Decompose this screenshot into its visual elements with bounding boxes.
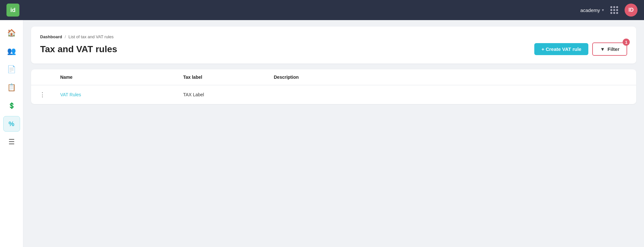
navbar: id academy ▾ ID [0,0,644,20]
table-body: ⋮ VAT Rules TAX Label [31,85,636,104]
account-name: academy [580,7,600,13]
filter-button-wrapper: ▼ Filter 1 [592,42,627,56]
grid-dot [610,9,612,11]
filter-icon: ▼ [600,46,605,52]
page-title: Tax and VAT rules [40,44,117,54]
filter-button[interactable]: ▼ Filter [592,42,627,56]
navbar-left: id [6,4,19,17]
grid-dot [613,12,615,14]
row-tax-label-cell: TAX Label [177,85,267,104]
table-header-row: Name Tax label Description [31,69,636,85]
sidebar-item-billing[interactable]: 💲 [3,98,20,113]
page-header-card: Dashboard / List of tax and VAT rules Ta… [31,27,636,64]
breadcrumb-current: List of tax and VAT rules [69,34,114,39]
row-description-cell [267,85,636,104]
sidebar-item-documents[interactable]: 📄 [3,62,20,77]
grid-dot [616,9,618,11]
row-actions-button[interactable]: ⋮ [38,90,47,99]
navbar-right: academy ▾ ID [580,4,638,17]
sidebar-item-dashboard[interactable]: 🏠 [3,25,20,41]
page-header: Tax and VAT rules + Create VAT rule ▼ Fi… [40,42,627,56]
vat-rules-link[interactable]: VAT Rules [60,92,81,97]
header-actions: + Create VAT rule ▼ Filter 1 [534,42,627,56]
table-header: Name Tax label Description [31,69,636,85]
user-avatar[interactable]: ID [625,4,638,17]
row-tax-label: TAX Label [183,92,204,97]
table-card: Name Tax label Description ⋮ [31,69,636,104]
col-header-actions [31,69,54,85]
account-selector[interactable]: academy ▾ [580,7,604,13]
sidebar: 🏠 👥 📄 📋 💲 % ☰ [0,20,23,247]
breadcrumb-separator: / [65,34,66,39]
apps-grid-icon[interactable] [610,6,618,14]
filter-button-label: Filter [607,46,619,52]
table-row: ⋮ VAT Rules TAX Label [31,85,636,104]
grid-dot [616,6,618,8]
row-actions-cell: ⋮ [31,85,54,104]
grid-dot [616,12,618,14]
col-header-name: Name [54,69,177,85]
grid-dot [610,12,612,14]
main-content: Dashboard / List of tax and VAT rules Ta… [23,20,644,247]
app-logo[interactable]: id [6,4,19,17]
sidebar-item-users[interactable]: 👥 [3,43,20,59]
sidebar-item-reports[interactable]: ☰ [3,134,20,150]
breadcrumb-home[interactable]: Dashboard [40,34,62,39]
sidebar-item-tax[interactable]: % [3,116,20,132]
row-name-cell: VAT Rules [54,85,177,104]
main-layout: 🏠 👥 📄 📋 💲 % ☰ Dashboard / List of tax an… [0,20,644,247]
account-chevron: ▾ [602,8,604,12]
col-header-tax-label: Tax label [177,69,267,85]
grid-dot [610,6,612,8]
grid-dot [613,9,615,11]
create-vat-rule-button[interactable]: + Create VAT rule [534,43,588,55]
filter-badge: 1 [623,39,630,46]
vat-rules-table: Name Tax label Description ⋮ [31,69,636,104]
sidebar-item-invoices[interactable]: 📋 [3,80,20,95]
col-header-description: Description [267,69,636,85]
grid-dot [613,6,615,8]
breadcrumb: Dashboard / List of tax and VAT rules [40,34,627,39]
